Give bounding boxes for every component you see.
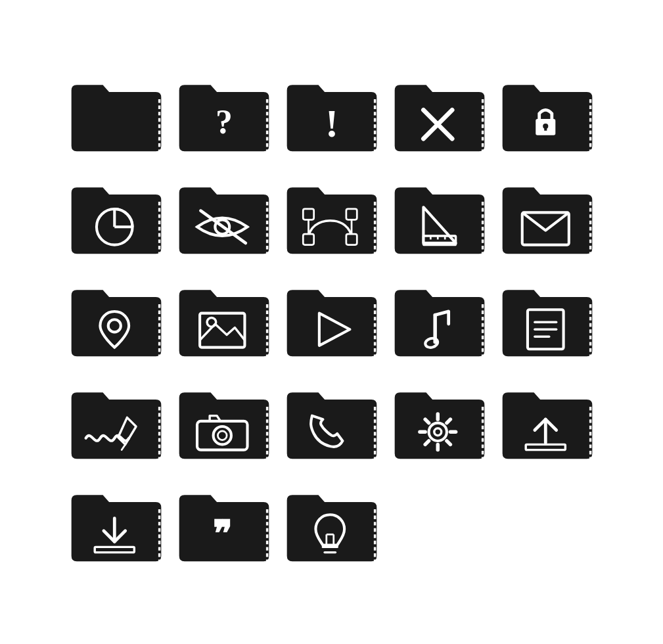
folder-settings-icon (386, 380, 493, 470)
folder-exclamation-cell: ! (278, 66, 386, 168)
folder-document-icon (493, 277, 601, 367)
folder-document-cell (493, 271, 601, 373)
folder-ruler-cell (386, 168, 493, 271)
folder-ruler-icon (386, 175, 493, 265)
folder-question-icon: ? (170, 72, 278, 162)
folder-image-cell (170, 271, 278, 373)
folder-vector-icon (278, 175, 386, 265)
svg-rect-25 (346, 209, 356, 219)
folder-camera-cell (170, 373, 278, 476)
folder-hidden-cell (170, 168, 278, 271)
folder-question-cell: ? (170, 66, 278, 168)
folder-chart-cell (62, 168, 170, 271)
svg-rect-23 (346, 234, 356, 244)
svg-rect-22 (303, 234, 313, 244)
folder-draw-icon (62, 380, 170, 470)
folder-x-cell (386, 66, 493, 168)
folder-idea-cell (278, 476, 386, 578)
folder-hidden-icon (170, 175, 278, 265)
folder-plain-icon (62, 72, 170, 162)
folder-idea-icon (278, 482, 386, 572)
folder-music-cell (386, 271, 493, 373)
folder-quote-icon: ❞ (170, 482, 278, 572)
folder-draw-cell (62, 373, 170, 476)
empty-cell-4 (386, 476, 493, 578)
folder-x-icon (386, 72, 493, 162)
svg-text:❞: ❞ (212, 515, 232, 555)
folder-exclamation-icon: ! (278, 72, 386, 162)
folder-camera-icon (170, 380, 278, 470)
folder-location-icon (62, 277, 170, 367)
folder-lock-icon (493, 72, 601, 162)
folder-chart-icon (62, 175, 170, 265)
icon-grid: ? ! (49, 53, 614, 591)
folder-image-icon (170, 277, 278, 367)
svg-rect-24 (303, 209, 313, 219)
folder-download-icon (62, 482, 170, 572)
empty-cell-5 (493, 476, 601, 578)
folder-lock-cell (493, 66, 601, 168)
folder-play-cell (278, 271, 386, 373)
svg-text:?: ? (216, 103, 233, 141)
svg-line-62 (446, 419, 449, 423)
folder-upload-icon (493, 380, 601, 470)
folder-settings-cell (386, 373, 493, 476)
svg-line-63 (425, 441, 428, 444)
svg-line-61 (446, 441, 449, 444)
folder-phone-cell (278, 373, 386, 476)
folder-plain-cell (62, 66, 170, 168)
folder-play-icon (278, 277, 386, 367)
folder-location-cell (62, 271, 170, 373)
folder-vector-cell (278, 168, 386, 271)
folder-mail-icon (493, 175, 601, 265)
folder-download-cell (62, 476, 170, 578)
folder-mail-cell (493, 168, 601, 271)
svg-line-60 (425, 419, 428, 423)
svg-text:!: ! (325, 101, 338, 145)
folder-upload-cell (493, 373, 601, 476)
folder-music-icon (386, 277, 493, 367)
svg-rect-11 (544, 126, 547, 131)
folder-quote-cell: ❞ (170, 476, 278, 578)
folder-phone-icon (278, 380, 386, 470)
